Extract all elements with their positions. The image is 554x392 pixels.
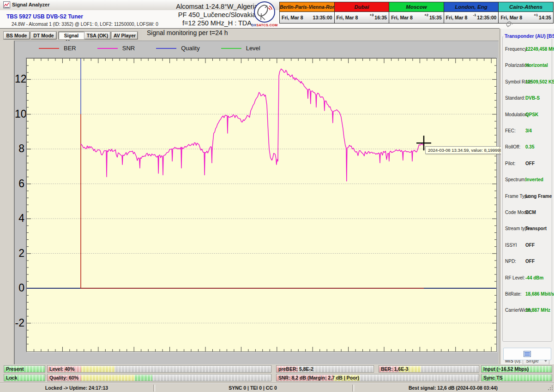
clock-utc-offset: +2: [424, 13, 428, 17]
signal-plot[interactable]: [26, 58, 497, 352]
tp-label-pilot: Pilot:: [505, 161, 515, 166]
tp-value-frequency: 12249,458 MHz: [525, 47, 554, 52]
tp-value-modulation: QPSK: [525, 112, 538, 117]
tp-value-standard: DVB-S: [525, 95, 540, 101]
monitoring-period-label: Signal monitoring per t=24 h: [147, 29, 228, 36]
status-section-2: Best signal: 12,6 dB (2024-03-08 03:44): [352, 384, 554, 392]
tp-value-spectrum: Inverted: [525, 177, 543, 182]
y-tick-0: 0: [15, 282, 24, 293]
clock-time-row: Fri, Mar 8+316:35: [335, 12, 389, 23]
tp-value-bitrate: 18,686 Mbit/s: [525, 291, 554, 297]
clock-date: Fri, Mar 8: [337, 15, 370, 20]
clock-dubai: DubaiFri, Mar 8+316:35: [335, 2, 390, 23]
clock-utc-offset: +1: [534, 13, 538, 17]
clock-utc-offset: -1: [473, 13, 476, 17]
satellite-dish-logo-icon: [254, 1, 275, 23]
transponder-panel: Transponder (AU) [BS] Frequency:12249,45…: [501, 29, 554, 364]
y-tick-4: 4: [15, 213, 24, 224]
tab-dt-mode[interactable]: DT Mode: [31, 32, 56, 39]
y-tick-8: 8: [15, 143, 24, 154]
logo-text: DXSATCS.COM: [251, 23, 278, 27]
tab-bs-mode[interactable]: BS Mode: [4, 32, 30, 39]
tp-value-rf-level: -44 dBm: [525, 275, 543, 280]
tp-label-standard: Standard:: [505, 95, 525, 101]
tp-value-npd: OFF: [525, 259, 535, 264]
ts-list-button[interactable]: [503, 348, 551, 360]
tp-label-fec: FEC:: [505, 128, 516, 133]
ts-list-icon: [524, 351, 531, 357]
signal-meters: PresentLevel: 40%preBER: 5,8E-2BER: 1,6E…: [0, 364, 554, 383]
clock-london-eng: London, EngFri, Mar 8-112:35:00: [444, 2, 499, 23]
legend-swatch: [39, 48, 59, 49]
tab-av-player[interactable]: AV Player: [112, 32, 138, 39]
tp-value-polarization: Horizontal: [525, 63, 548, 68]
y-tick--2: -2: [15, 317, 24, 328]
clock-date: Fri, Mar 8: [282, 15, 312, 20]
tp-value-frame-type: Long Frame: [525, 194, 552, 199]
clock-time: 14:35: [539, 15, 551, 20]
clock-city: Dubai: [335, 2, 389, 12]
tp-label-rolloff: RollOff:: [505, 144, 520, 149]
tp-value-rolloff: 0.35: [525, 144, 534, 149]
tp-label-spectrum: Spectrum:: [505, 177, 526, 182]
chevron-down-icon: [544, 360, 547, 362]
mini-dish-icon: [505, 21, 513, 29]
tp-value-pilot: OFF: [525, 161, 535, 166]
clock-berlin-paris-vienna-roma: Berlin-Paris-Vienna-RomaFri, Mar 813:35:…: [280, 2, 335, 23]
tab-signal-mon[interactable]: Signal Mon.: [59, 32, 84, 39]
legend-swatch: [156, 48, 176, 49]
transponder-groupbox-title: Transponder (AU) [BS]: [503, 33, 554, 39]
legend-item-level: Level: [221, 45, 260, 52]
status-section-0: Locked -> Uptime: 24:17:13: [0, 384, 153, 392]
legend-swatch: [221, 48, 241, 49]
tab-tsa-ok[interactable]: TSA (OK): [84, 32, 110, 39]
mode-tabbar: BS ModeDT ModeSignal Mon.TSA (OK)AV Play…: [0, 29, 142, 41]
tp-label-issyi: ISSYI: [505, 243, 517, 248]
y-tick-12: 12: [15, 73, 24, 84]
clock-city: Berlin-Paris-Vienna-Roma: [280, 2, 334, 12]
clock-city: Moscow: [389, 2, 444, 12]
panel-divider: [500, 29, 500, 364]
legend-item-snr: SNR: [97, 45, 135, 52]
tp-label-frequency: Frequency:: [505, 47, 528, 52]
y-tick-2: 2: [15, 248, 24, 259]
meter-ber: BER: 1,6E-3: [379, 365, 479, 373]
meter-level: Level: 40%: [47, 365, 271, 373]
chart-legend: BERSNRQualityLevel: [39, 45, 282, 52]
meter-lock: Lock: [4, 374, 45, 381]
tp-value-fec: 3/4: [525, 128, 532, 133]
clock-time: 15:35: [429, 15, 442, 20]
clock-time: 12:35:00: [477, 15, 496, 20]
tp-label-bitrate: BitRate:: [505, 291, 522, 297]
status-bar: Locked -> Uptime: 24:17:13SYNC 0 | TEI 0…: [0, 383, 554, 392]
dxsatcs-logo: DXSATCS.COM: [251, 1, 278, 29]
y-tick-10: 10: [15, 108, 24, 119]
tp-value-code-mode: CCM: [525, 210, 536, 215]
clock-time-row: Fri, Mar 8-112:35:00: [444, 12, 499, 23]
clock-cairo-athens: Cairo-AthensFri, Mar 8+114:35: [499, 2, 553, 23]
chart-panel: BERSNRQualityLevel 121086420-2 2024-03-0…: [14, 41, 499, 364]
clock-time: 16:35: [374, 15, 387, 20]
meter-snr: SNR: 8,2 dB (Margin: 2,7 dB | Poor): [276, 374, 479, 381]
tuner-title[interactable]: TBS 5927 USB DVB-S2 Tuner: [6, 13, 83, 20]
legend-label: SNR: [122, 45, 135, 52]
tp-label-rf-level: RF Level:: [505, 275, 525, 280]
legend-label: Level: [246, 45, 260, 52]
clock-utc-offset: +3: [370, 13, 374, 17]
y-tick-6: 6: [15, 178, 24, 189]
tuner-subtitle: 24.8W - Alcomsat 1 (ID: 3352) @ LOF1: 0,…: [12, 22, 158, 27]
clock-city: London, Eng: [444, 2, 499, 12]
clock-time-row: Fri, Mar 813:35:00: [280, 12, 334, 23]
meter-sync-ts: Sync TS: [481, 374, 552, 381]
legend-label: BER: [64, 45, 76, 52]
tp-value-carrierwidth: 16,887 MHz: [525, 308, 550, 313]
legend-item-ber: BER: [39, 45, 76, 52]
legend-swatch: [97, 48, 118, 49]
clock-moscow: MoscowFri, Mar 8+215:35: [389, 2, 444, 23]
world-clocks: Berlin-Paris-Vienna-RomaFri, Mar 813:35:…: [279, 2, 554, 24]
tp-value-stream-type: Transport: [525, 226, 547, 231]
clock-city: Cairo-Athens: [499, 2, 553, 12]
meter-quality: Quality: 60%: [47, 374, 271, 381]
status-separator: [352, 385, 354, 392]
tp-label-npd: NPD:: [505, 259, 516, 264]
